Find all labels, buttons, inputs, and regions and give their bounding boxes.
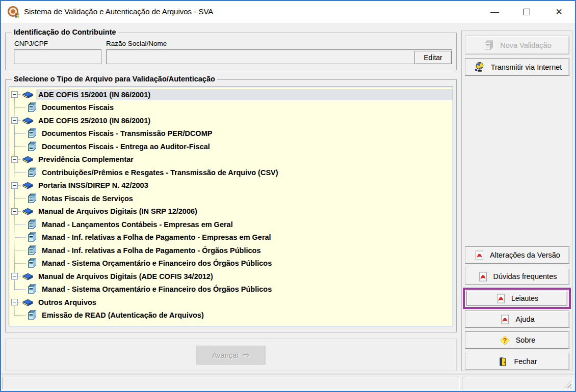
tree-leaf-label: Documentos Fiscais	[40, 102, 116, 113]
avancar-button: Avançar ⇨	[197, 346, 266, 365]
razao-social-field[interactable]	[106, 49, 452, 64]
tree-leaf-label: Notas Fiscais de Serviços	[40, 193, 135, 204]
tree-leaf-manad-folha-orgaos[interactable]: Manad - Inf. relativas a Folha de Pagame…	[9, 244, 453, 257]
cnpj-cpf-field[interactable]	[14, 49, 101, 64]
tree-connector	[15, 289, 26, 290]
sidebar-panel: Nova Validação Transmitir via Internet A…	[461, 31, 572, 371]
fechar-button[interactable]: Fechar	[465, 353, 569, 370]
minimize-button[interactable]: —	[479, 1, 511, 23]
tree-connector	[18, 302, 21, 302]
tree-connector	[18, 94, 21, 95]
collapse-minus-icon[interactable]	[11, 156, 18, 163]
fechar-label: Fechar	[514, 357, 537, 366]
tree-leaf-emissao-read[interactable]: Emissão de READ (Autenticação de Arquivo…	[9, 309, 453, 322]
duvidas-frequentes-button[interactable]: Dúvidas frequentes	[465, 268, 569, 285]
tree-node-portaria-inss-direp[interactable]: Portaria INSS/DIREP N. 42/2003	[9, 179, 453, 192]
tree-connector	[18, 159, 21, 160]
forward-arrow-icon: ⇨	[243, 351, 250, 359]
groupbox-identificacao-caption: Identificação do Contribuinte	[12, 28, 118, 36]
tree-leaf-label: Contribuições/Prêmios e Resgates - Trans…	[40, 167, 280, 178]
documents-icon	[27, 245, 37, 256]
collapse-minus-icon[interactable]	[11, 91, 18, 98]
book-icon	[22, 181, 34, 190]
book-icon	[22, 155, 34, 164]
tree-leaf-label: Documentos Fiscais - Entrega ao Auditor-…	[40, 141, 212, 152]
footer-panel: Avançar ⇨	[5, 339, 457, 371]
leiautes-button[interactable]: Leiautes	[466, 291, 567, 306]
statusbar-right-cell	[462, 377, 573, 389]
avancar-button-label: Avançar	[212, 351, 239, 359]
file-type-tree[interactable]: ADE COFIS 15/2001 (IN 86/2001) Documento…	[9, 87, 453, 326]
tree-node-ade-cofis-15-2001[interactable]: ADE COFIS 15/2001 (IN 86/2001)	[9, 88, 453, 101]
tree-node-label: Manual de Arquivos Digitais (ADE COFIS 3…	[36, 271, 215, 282]
tree-leaf-manad-sistema-orcamentario[interactable]: Manad - Sistema Orçamentário e Financeir…	[9, 257, 453, 270]
book-icon	[22, 90, 34, 99]
pdf-icon	[501, 315, 509, 324]
tree-node-manad-in-srp-12-2006[interactable]: Manual de Arquivos Digitais (IN SRP 12/2…	[9, 205, 453, 218]
tree-leaf-manad-lancamentos-contabeis[interactable]: Manad - Lançamentos Contábeis - Empresas…	[9, 218, 453, 231]
app-logo-icon	[7, 6, 20, 18]
tree-leaf-manad-folha-empresas[interactable]: Manad - Inf. relativas a Folha de Pagame…	[9, 231, 453, 244]
documents-icon	[27, 128, 37, 138]
tree-leaf-notas-fiscais-servicos[interactable]: Notas Fiscais de Serviços	[9, 192, 453, 205]
documents-icon	[27, 219, 37, 230]
razao-social-label: Razão Social/Nome	[106, 40, 167, 47]
tree-node-previdencia-complementar[interactable]: Previdência Complementar	[9, 153, 453, 166]
pdf-icon	[479, 272, 487, 282]
editar-button[interactable]: Editar	[414, 51, 452, 64]
close-button[interactable]: ✕	[543, 1, 575, 23]
sobre-button[interactable]: Sobre	[465, 331, 569, 349]
titlebar: Sistema de Validação e Autenticação de A…	[1, 1, 575, 23]
tree-connector	[15, 146, 26, 147]
ajuda-label: Ajuda	[515, 315, 534, 323]
tree-connector	[15, 107, 26, 108]
tree-node-label: ADE COFIS 15/2001 (IN 86/2001)	[36, 89, 453, 100]
statusbar	[1, 374, 575, 391]
documents-icon	[27, 284, 37, 294]
alteracoes-versao-button[interactable]: Alterações da Versão	[465, 246, 569, 264]
tree-leaf-entrega-auditor-fiscal[interactable]: Documentos Fiscais - Entrega ao Auditor-…	[9, 140, 453, 153]
duvidas-frequentes-label: Dúvidas frequentes	[493, 272, 557, 281]
window-controls: — ✕	[479, 1, 575, 23]
tree-connector	[15, 237, 26, 238]
tree-leaf-documentos-fiscais[interactable]: Documentos Fiscais	[9, 101, 453, 115]
book-icon	[22, 272, 34, 281]
tree-node-ade-cofis-25-2010[interactable]: ADE COFIS 25/2010 (IN 86/2001)	[9, 114, 453, 127]
documents-icon	[27, 142, 37, 152]
tree-connector	[15, 198, 26, 199]
tree-leaf-transmissao-per-dcomp[interactable]: Documentos Fiscais - Transmissão PER/DCO…	[9, 127, 453, 141]
question-mark-icon	[500, 335, 510, 345]
collapse-minus-icon[interactable]	[11, 182, 18, 189]
pdf-icon	[496, 294, 505, 303]
tree-leaf-contribuicoes-premios[interactable]: Contribuições/Prêmios e Resgates - Trans…	[9, 166, 453, 179]
window-title: Sistema de Validação e Autenticação de A…	[24, 7, 213, 16]
groupbox-identificacao: Identificação do Contribuinte CNPJ/CPF R…	[5, 33, 457, 70]
transmitir-internet-button[interactable]: Transmitir via Internet	[465, 58, 569, 76]
collapse-minus-icon[interactable]	[11, 273, 18, 279]
tree-node-manad-ade-cofis-34-2012[interactable]: Manual de Arquivos Digitais (ADE COFIS 3…	[9, 270, 453, 283]
tree-connector	[15, 133, 26, 134]
statusbar-left-cell	[3, 377, 460, 389]
cnpj-cpf-label: CNPJ/CPF	[14, 40, 48, 47]
tree-leaf-manad-sistema-orcamentario-2[interactable]: Manad - Sistema Orçamentário e Financeir…	[9, 283, 453, 296]
tree-connector	[15, 224, 26, 225]
collapse-minus-icon[interactable]	[11, 117, 18, 124]
close-icon: ✕	[555, 7, 562, 17]
collapse-minus-icon[interactable]	[11, 299, 18, 305]
tree-leaf-label: Manad - Sistema Orçamentário e Financeir…	[40, 258, 274, 269]
documents-icon	[27, 232, 37, 242]
documents-icon	[27, 167, 37, 178]
tree-node-outros-arquivos[interactable]: Outros Arquivos	[9, 296, 453, 309]
ajuda-button[interactable]: Ajuda	[465, 311, 569, 328]
tree-connector	[15, 250, 26, 250]
tree-connector	[18, 211, 21, 212]
tree-node-label: Portaria INSS/DIREP N. 42/2003	[36, 180, 150, 191]
resize-grip[interactable]	[564, 381, 571, 388]
tree-leaf-label: Manad - Lançamentos Contábeis - Empresas…	[40, 219, 235, 230]
tree-node-label: ADE COFIS 25/2010 (IN 86/2001)	[36, 115, 152, 126]
transmitir-internet-label: Transmitir via Internet	[491, 63, 562, 71]
maximize-button[interactable]	[511, 1, 543, 23]
tree-leaf-label: Emissão de READ (Autenticação de Arquivo…	[40, 310, 206, 321]
documents-icon	[27, 102, 37, 113]
collapse-minus-icon[interactable]	[11, 208, 18, 215]
